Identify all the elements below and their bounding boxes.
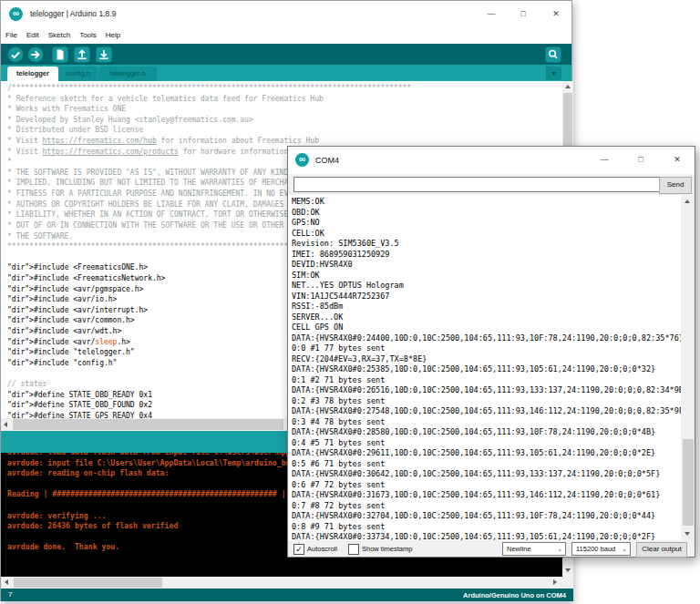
show-timestamp-checkbox[interactable] [348, 544, 359, 555]
close-button[interactable]: ✕ [540, 1, 571, 26]
serial-monitor-title-bar: ∞ COM4 — □ ✕ [288, 147, 695, 175]
chevron-down-icon: ⌄ [622, 543, 627, 556]
scroll-down-icon[interactable] [685, 532, 690, 536]
scroll-right-icon[interactable] [553, 579, 557, 585]
new-sketch-button[interactable] [52, 46, 68, 67]
console-horizontal-scrollbar[interactable] [1, 577, 573, 589]
scroll-down-icon[interactable] [565, 568, 571, 572]
editor-vscroll-thumb[interactable] [563, 93, 572, 149]
minimize-button[interactable]: — [476, 1, 507, 26]
serial-monitor-title: COM4 [315, 156, 339, 165]
open-sketch-button[interactable] [74, 46, 90, 67]
close-button[interactable]: ✕ [662, 147, 693, 172]
ide-title-bar: ∞ telelogger | Arduino 1.8.9 — □ ✕ [1, 1, 571, 28]
console-hscroll-thumb[interactable] [14, 578, 162, 588]
window-title: telelogger | Arduino 1.8.9 [30, 9, 116, 18]
baud-rate-value: 115200 baud [576, 545, 615, 553]
scroll-up-icon[interactable] [565, 85, 571, 88]
serial-send-row: Send [288, 174, 695, 195]
serial-monitor-window: ∞ COM4 — □ ✕ Send MEMS:OKOBD:OKGPS:NOCEL… [287, 146, 695, 558]
line-ending-dropdown[interactable]: Newline ⌄ [502, 542, 566, 556]
serial-vscroll-thumb[interactable] [683, 439, 694, 526]
scroll-left-icon[interactable] [4, 422, 7, 427]
toolbar [1, 44, 571, 65]
scroll-up-icon[interactable] [685, 200, 690, 203]
arduino-logo-icon: ∞ [9, 7, 23, 21]
autoscroll-checkbox[interactable]: ✓ [293, 544, 304, 555]
menu-bar: FileEditSketchToolsHelp [1, 28, 571, 44]
serial-output-text: MEMS:OKOBD:OKGPS:NOCELL:OKRevision: SIM5… [288, 195, 681, 540]
serial-vertical-scrollbar[interactable] [681, 195, 695, 540]
show-timestamp-label: Show timestamp [362, 545, 412, 553]
serial-monitor-button[interactable] [545, 46, 561, 67]
maximize-button[interactable]: □ [625, 147, 656, 172]
tab-telelogger-h[interactable]: telelogger.h [98, 67, 157, 81]
minimize-button[interactable]: — [589, 147, 620, 172]
upload-button[interactable] [27, 46, 44, 67]
line-ending-value: Newline [507, 545, 531, 553]
tab-telelogger[interactable]: telelogger [7, 67, 58, 81]
menu-edit[interactable]: Edit [22, 28, 44, 39]
menu-help[interactable]: Help [101, 28, 125, 39]
chevron-down-icon: ⌄ [557, 543, 562, 556]
baud-rate-dropdown[interactable]: 115200 baud ⌄ [571, 542, 631, 556]
board-port-info: Arduino/Genuino Uno on COM4 [463, 591, 566, 599]
serial-output-area: MEMS:OKOBD:OKGPS:NOCELL:OKRevision: SIM5… [288, 195, 681, 540]
serial-input-field[interactable] [293, 177, 660, 192]
tab-bar: ▼ teleloggerconfig.htelelogger.h [1, 65, 571, 81]
menu-sketch[interactable]: Sketch [44, 28, 75, 39]
clear-output-button[interactable]: Clear output [636, 542, 687, 558]
verify-button[interactable] [7, 46, 24, 67]
maximize-button[interactable]: □ [508, 1, 539, 26]
desktop: ∞ telelogger | Arduino 1.8.9 — □ ✕ FileE… [0, 0, 700, 604]
ide-status-bar: 7 Arduino/Genuino Uno on COM4 [1, 589, 573, 601]
save-sketch-button[interactable] [96, 46, 112, 67]
autoscroll-label: Autoscroll [307, 545, 337, 553]
send-button[interactable]: Send [659, 177, 692, 194]
serial-monitor-controls: ✓ Autoscroll Show timestamp Newline ⌄ 11… [288, 540, 695, 557]
cursor-line-indicator: 7 [8, 590, 12, 599]
menu-file[interactable]: File [1, 28, 22, 39]
tab-config-h[interactable]: config.h [59, 67, 98, 81]
arduino-logo-icon: ∞ [295, 153, 309, 167]
editor-hscroll-thumb[interactable] [13, 419, 283, 430]
menu-tools[interactable]: Tools [75, 28, 101, 39]
scroll-left-icon[interactable] [5, 579, 8, 585]
tab-list-dropdown-icon[interactable]: ▼ [546, 67, 561, 80]
